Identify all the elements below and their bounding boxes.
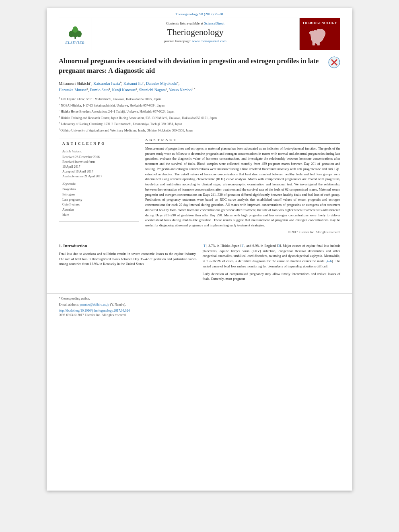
intro-divider [59,239,340,239]
journal-info-center: Contents lists available at ScienceDirec… [91,18,300,50]
elsevier-label: ELSEVIER [66,41,85,45]
ref-2[interactable]: 2 [241,244,243,248]
ref-3[interactable]: 3 [278,244,280,248]
keyword-late-pregnancy: Late pregnancy [62,197,136,203]
affiliations: a Elm Equine Clinic, 59-61 Midarimachi, … [59,96,340,133]
authors: Mitsumori Shikichia, Katsuroku Iwatab, K… [59,80,340,94]
intro-right-col: [1], 8.7% in Hidaka Japan [2], and 6.9% … [203,243,341,281]
corresponding-note: * Corresponding author. [59,296,340,301]
svg-point-4 [72,26,78,33]
intro-para3: Early detection of compromised pregnancy… [203,271,341,282]
abstract-text: Measurement of progestines and estrogens… [145,146,340,228]
page-footer: * Corresponding author. E-mail address: … [47,294,352,319]
homepage-link[interactable]: www.theriojournal.com [192,39,226,43]
elsevier-tree-icon [65,24,85,40]
article-info-col: A R T I C L E I N F O Article history: R… [59,138,139,234]
author-sato[interactable]: Fumio Sato [90,88,109,92]
issn: 0093-691X/© 2017 Elsevier Inc. All right… [59,313,340,317]
affil-c: c Hidaka Horse Breeders Association, 2-1… [59,108,340,114]
keyword-cutoff: Cutoff values [62,202,136,207]
doi-link[interactable]: http://dx.doi.org/10.1016/j.theriogenolo… [59,309,340,312]
article-title: Abnormal pregnancies associated with dev… [59,56,324,76]
keyword-estrogens: Estrogens [62,192,136,197]
author-murase[interactable]: Harutaka Murase [59,88,86,92]
history-revised-date: 16 April 2017 [62,164,136,169]
email-note: E-mail address: ynambo@obihiro.ac.jp (Y.… [59,302,340,307]
crossmark-icon [328,56,340,68]
introduction-section: 1. Introduction Fetal loss due to aborti… [59,243,340,281]
copyright: © 2017 Elsevier Inc. All rights reserved… [145,230,340,234]
article-title-section: Abnormal pregnancies associated with dev… [59,56,340,76]
author-iwata[interactable]: Katsuroku Iwata [93,81,120,86]
affil-d: d Hidaka Training and Research Center, J… [59,115,340,121]
history-label: Article history: [62,150,136,153]
abstract-col: A B S T R A C T Measurement of progestin… [145,138,340,234]
sciencedirect-link[interactable]: ScienceDirect [204,21,224,25]
article-info-box: A R T I C L E I N F O Article history: R… [59,138,139,222]
keyword-progestins: Progestins [62,187,136,192]
article-info-label: A R T I C L E I N F O [62,142,136,147]
email-link[interactable]: ynambo@obihiro.ac.jp [80,303,109,306]
author-nambo[interactable]: Yasuo Nambo [169,88,192,92]
affil-a: a Elm Equine Clinic, 59-61 Midarimachi, … [59,96,340,102]
contents-line: Contents lists available at ScienceDirec… [95,21,295,25]
svg-point-2 [69,31,74,37]
author-korosue[interactable]: Kenji Korosue [112,88,136,92]
affil-b: b NOSAI-Hidaka, 1-17-13 Sakaimachinishi,… [59,102,340,108]
horse-icon [308,27,332,47]
history-received: Received 28 December 2016 [62,155,136,160]
keywords-label: Keywords: [62,182,136,186]
history-accepted: Accepted 18 April 2017 [62,169,136,174]
author-miyakoshi[interactable]: Daisuke Miyakoshi [146,81,177,86]
article-page: Theriogenology 98 (2017) 75–81 ELSEVIER [47,8,352,491]
article-body: Abnormal pregnancies associated with dev… [47,50,352,288]
journal-logo-text: THERIOGENOLOGY [302,21,337,25]
journal-logo-right: THERIOGENOLOGY [300,18,340,50]
abstract-label: A B S T R A C T [145,138,340,144]
affil-f: f Obihiro University of Agriculture and … [59,127,340,133]
keyword-abortion: Abortion [62,207,136,213]
elsevier-logo: ELSEVIER [65,24,85,45]
abstract-section: A B S T R A C T Measurement of progestin… [145,138,340,234]
journal-header: Theriogenology 98 (2017) 75–81 ELSEVIER [47,8,352,50]
journal-header-box: ELSEVIER Contents lists available at Sci… [59,18,340,50]
author-shikichi: Mitsumori Shikichi [59,81,90,86]
author-ito[interactable]: Katsumi Ito [123,81,143,86]
intro-para1: Fetal loss due to abortions and stillbir… [59,251,197,267]
ref-4-6[interactable]: 4–6 [327,259,332,263]
affil-e: e Laboratory of Racing Chemistry, 1731-2… [59,121,340,127]
keyword-mare: Mare [62,213,136,218]
svg-point-3 [76,31,82,37]
history-online: Available online 21 April 2017 [62,174,136,179]
history-revised-label: Received in revised form [62,160,136,164]
intro-para2: [1], 8.7% in Hidaka Japan [2], and 6.9% … [203,243,341,269]
homepage-line: journal homepage: www.theriojournal.com [95,39,295,43]
ref-1[interactable]: 1 [204,244,205,248]
intro-left-col: 1. Introduction Fetal loss due to aborti… [59,243,197,281]
elsevier-logo-section: ELSEVIER [59,18,91,50]
author-nagata[interactable]: Shunichi Nagata [139,88,166,92]
intro-heading: 1. Introduction [59,243,197,248]
journal-citation: Theriogenology 98 (2017) 75–81 [59,12,340,16]
journal-title: Theriogenology [95,27,295,37]
article-info-abstract: A R T I C L E I N F O Article history: R… [59,138,340,234]
